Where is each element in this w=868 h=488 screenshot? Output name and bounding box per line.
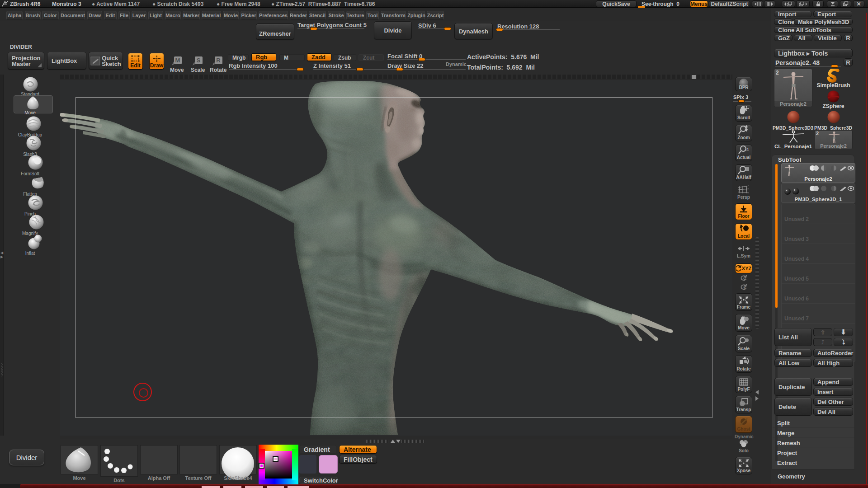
- svg-text:Y: Y: [743, 277, 746, 282]
- svg-text:R: R: [216, 57, 221, 64]
- svg-text:S: S: [197, 57, 201, 64]
- svg-text:x1: x1: [745, 147, 749, 151]
- svg-text:M: M: [175, 57, 180, 64]
- svg-text:Z: Z: [743, 286, 745, 291]
